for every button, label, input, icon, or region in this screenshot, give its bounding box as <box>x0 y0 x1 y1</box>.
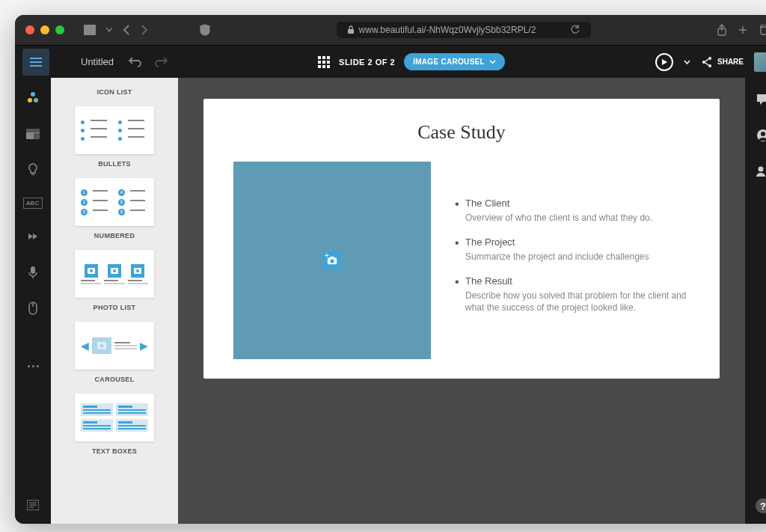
url-text: www.beautiful.ai/-NhWqz0WvjlySbb32RPL/2 <box>359 25 536 35</box>
slide-counter[interactable]: SLIDE 2 OF 2 <box>339 58 395 67</box>
canvas-area[interactable]: Case Study The Client Overview of who th… <box>178 78 745 524</box>
template-numbered[interactable]: 1 4 2 5 3 6 NUMBERED <box>51 178 178 239</box>
svg-point-25 <box>113 269 116 272</box>
slide-title[interactable]: Case Study <box>233 121 690 144</box>
idea-icon[interactable] <box>25 162 41 178</box>
notes-icon[interactable] <box>25 497 41 513</box>
window-controls <box>25 25 64 34</box>
svg-rect-15 <box>31 266 35 274</box>
undo-button[interactable] <box>129 57 142 67</box>
svg-rect-13 <box>34 133 40 139</box>
tabs-icon[interactable] <box>759 25 766 35</box>
layout-icon[interactable] <box>25 126 41 142</box>
slide-grid-button[interactable] <box>318 56 330 68</box>
svg-point-35 <box>759 167 764 172</box>
svg-point-8 <box>31 92 35 97</box>
chevron-down-icon <box>489 58 496 65</box>
template-photo-list[interactable]: PHOTO LIST <box>51 250 178 311</box>
svg-rect-31 <box>330 257 334 259</box>
svg-point-6 <box>702 61 705 64</box>
animate-icon[interactable] <box>25 228 41 245</box>
reload-icon[interactable] <box>570 25 580 35</box>
slide-image-placeholder[interactable] <box>233 162 431 359</box>
list-item[interactable]: The Result Describe how you solved that … <box>455 275 690 315</box>
svg-rect-12 <box>26 129 40 132</box>
address-bar[interactable]: www.beautiful.ai/-NhWqz0WvjlySbb32RPL/2 <box>337 22 592 38</box>
svg-point-10 <box>34 98 38 103</box>
sidebar-toggle-icon[interactable] <box>84 25 96 35</box>
svg-rect-4 <box>761 27 766 34</box>
add-collaborator-icon[interactable] <box>755 163 766 180</box>
svg-point-23 <box>90 269 93 272</box>
hamburger-icon <box>30 58 42 67</box>
svg-rect-2 <box>348 29 354 34</box>
svg-point-29 <box>100 344 104 348</box>
template-panel[interactable]: ICON LIST BULLETS 1 4 2 5 <box>51 78 178 524</box>
lock-icon <box>347 25 355 34</box>
svg-point-27 <box>136 269 139 272</box>
present-button[interactable] <box>655 53 673 71</box>
new-tab-icon[interactable] <box>738 25 748 35</box>
minimize-window-button[interactable] <box>40 25 49 34</box>
template-text-boxes[interactable]: TEXT BOXES <box>51 394 178 455</box>
template-carousel[interactable]: ◀ ▶ CAROUSEL <box>51 322 178 383</box>
left-rail: ABC <box>15 78 51 524</box>
help-button[interactable]: ? <box>756 498 766 513</box>
text-style-button[interactable]: ABC <box>23 198 43 209</box>
template-type-pill[interactable]: IMAGE CAROUSEL <box>404 53 505 70</box>
slide-bullet-list[interactable]: The Client Overview of who the client is… <box>455 162 690 359</box>
comments-icon[interactable] <box>755 91 766 108</box>
template-icon-list[interactable]: ICON LIST <box>51 82 178 96</box>
svg-point-9 <box>28 98 32 103</box>
account-icon[interactable] <box>755 127 766 144</box>
dropdown-icon[interactable] <box>106 28 112 32</box>
right-rail: ? <box>745 78 766 524</box>
present-dropdown[interactable] <box>684 60 690 64</box>
app-toolbar: Untitled SLIDE 2 OF 2 IMAGE CAROUSEL SHA… <box>15 45 766 78</box>
svg-rect-0 <box>84 25 96 35</box>
list-item[interactable]: The Project Summarize the project and in… <box>455 236 690 263</box>
record-icon[interactable] <box>25 264 41 281</box>
slide[interactable]: Case Study The Client Overview of who th… <box>203 99 720 379</box>
template-bullets[interactable]: BULLETS <box>51 106 178 168</box>
shield-icon[interactable] <box>199 24 211 36</box>
svg-point-7 <box>708 64 711 67</box>
share-button[interactable]: SHARE <box>701 56 744 68</box>
add-image-icon[interactable] <box>322 252 342 269</box>
svg-point-32 <box>330 259 334 263</box>
redo-button[interactable] <box>154 57 168 67</box>
share-nodes-icon <box>701 56 713 68</box>
user-avatar[interactable] <box>754 52 766 72</box>
mouse-icon[interactable] <box>25 300 41 317</box>
main-menu-button[interactable] <box>22 49 49 76</box>
close-window-button[interactable] <box>25 25 34 34</box>
svg-point-34 <box>761 132 765 136</box>
logo-icon[interactable] <box>25 90 41 106</box>
forward-button[interactable] <box>141 25 148 35</box>
svg-point-5 <box>708 57 711 60</box>
document-title[interactable]: Untitled <box>81 56 114 67</box>
share-icon[interactable] <box>717 24 727 36</box>
more-options[interactable] <box>25 351 41 367</box>
list-item[interactable]: The Client Overview of who the client is… <box>455 198 690 224</box>
maximize-window-button[interactable] <box>55 25 64 34</box>
main-area: ABC ICON LIST BULLETS <box>15 78 766 524</box>
app-window: www.beautiful.ai/-NhWqz0WvjlySbb32RPL/2 … <box>15 15 766 524</box>
back-button[interactable] <box>123 25 130 35</box>
browser-titlebar: www.beautiful.ai/-NhWqz0WvjlySbb32RPL/2 <box>15 15 766 45</box>
